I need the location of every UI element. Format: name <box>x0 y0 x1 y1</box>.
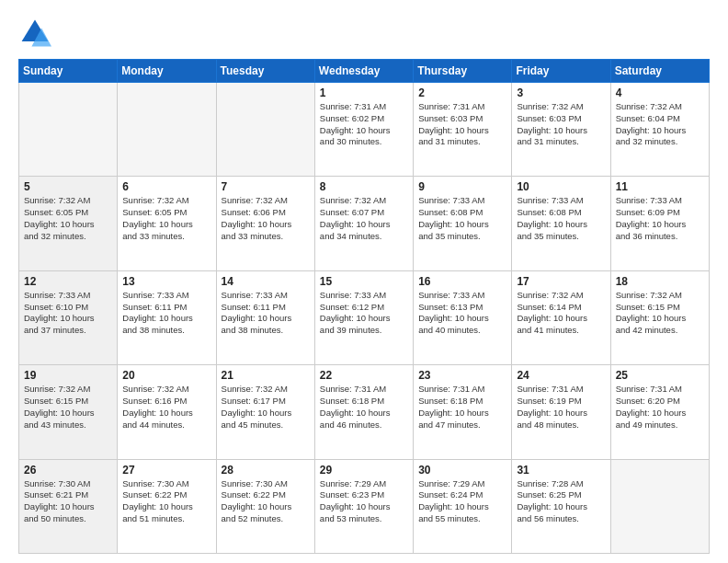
calendar-cell: 1Sunrise: 7:31 AMSunset: 6:02 PMDaylight… <box>314 83 413 177</box>
cell-info: Sunrise: 7:31 AMSunset: 6:18 PMDaylight:… <box>418 384 506 431</box>
day-number: 11 <box>616 180 704 193</box>
cell-info: Sunrise: 7:32 AMSunset: 6:16 PMDaylight:… <box>122 384 210 431</box>
week-row-4: 26Sunrise: 7:30 AMSunset: 6:21 PMDayligh… <box>19 459 710 553</box>
cell-info: Sunrise: 7:33 AMSunset: 6:11 PMDaylight:… <box>222 290 310 337</box>
day-number: 1 <box>320 86 408 99</box>
day-number: 29 <box>320 464 408 477</box>
calendar-cell: 9Sunrise: 7:33 AMSunset: 6:08 PMDaylight… <box>414 177 512 270</box>
calendar-cell: 23Sunrise: 7:31 AMSunset: 6:18 PMDayligh… <box>414 365 512 459</box>
day-number: 15 <box>320 275 408 288</box>
calendar-cell <box>610 459 709 553</box>
cell-info: Sunrise: 7:30 AMSunset: 6:22 PMDaylight:… <box>122 478 210 525</box>
calendar-cell: 4Sunrise: 7:32 AMSunset: 6:04 PMDaylight… <box>610 83 709 177</box>
day-number: 23 <box>418 369 506 382</box>
cell-info: Sunrise: 7:32 AMSunset: 6:15 PMDaylight:… <box>24 384 112 431</box>
calendar-cell: 28Sunrise: 7:30 AMSunset: 6:22 PMDayligh… <box>216 459 314 553</box>
cell-info: Sunrise: 7:33 AMSunset: 6:11 PMDaylight:… <box>122 290 210 337</box>
calendar-cell: 13Sunrise: 7:33 AMSunset: 6:11 PMDayligh… <box>118 270 216 364</box>
calendar-cell <box>19 83 118 177</box>
logo-icon <box>18 17 51 50</box>
calendar-cell: 2Sunrise: 7:31 AMSunset: 6:03 PMDaylight… <box>414 83 512 177</box>
calendar-cell: 8Sunrise: 7:32 AMSunset: 6:07 PMDaylight… <box>314 177 413 270</box>
week-row-3: 19Sunrise: 7:32 AMSunset: 6:15 PMDayligh… <box>19 365 710 459</box>
day-number: 6 <box>122 180 210 193</box>
weekday-header-saturday: Saturday <box>610 60 709 83</box>
calendar-cell: 15Sunrise: 7:33 AMSunset: 6:12 PMDayligh… <box>314 270 413 364</box>
cell-info: Sunrise: 7:33 AMSunset: 6:10 PMDaylight:… <box>24 290 112 337</box>
day-number: 24 <box>517 369 605 382</box>
calendar-cell: 26Sunrise: 7:30 AMSunset: 6:21 PMDayligh… <box>19 459 118 553</box>
day-number: 30 <box>418 464 506 477</box>
calendar-cell: 6Sunrise: 7:32 AMSunset: 6:05 PMDaylight… <box>118 177 216 270</box>
day-number: 10 <box>517 180 605 193</box>
day-number: 12 <box>24 275 112 288</box>
cell-info: Sunrise: 7:31 AMSunset: 6:19 PMDaylight:… <box>517 384 605 431</box>
cell-info: Sunrise: 7:28 AMSunset: 6:25 PMDaylight:… <box>517 478 605 525</box>
week-row-1: 5Sunrise: 7:32 AMSunset: 6:05 PMDaylight… <box>19 177 710 270</box>
cell-info: Sunrise: 7:32 AMSunset: 6:06 PMDaylight:… <box>222 195 310 242</box>
day-number: 22 <box>320 369 408 382</box>
weekday-header-wednesday: Wednesday <box>314 60 413 83</box>
cell-info: Sunrise: 7:33 AMSunset: 6:12 PMDaylight:… <box>320 290 408 337</box>
cell-info: Sunrise: 7:33 AMSunset: 6:13 PMDaylight:… <box>418 290 506 337</box>
calendar-cell: 25Sunrise: 7:31 AMSunset: 6:20 PMDayligh… <box>610 365 709 459</box>
day-number: 31 <box>517 464 605 477</box>
calendar-cell: 19Sunrise: 7:32 AMSunset: 6:15 PMDayligh… <box>19 365 118 459</box>
calendar-cell: 20Sunrise: 7:32 AMSunset: 6:16 PMDayligh… <box>118 365 216 459</box>
weekday-header-sunday: Sunday <box>19 60 118 83</box>
day-number: 16 <box>418 275 506 288</box>
calendar-cell: 21Sunrise: 7:32 AMSunset: 6:17 PMDayligh… <box>216 365 314 459</box>
cell-info: Sunrise: 7:33 AMSunset: 6:08 PMDaylight:… <box>517 195 605 242</box>
calendar-cell: 22Sunrise: 7:31 AMSunset: 6:18 PMDayligh… <box>314 365 413 459</box>
weekday-header-friday: Friday <box>512 60 610 83</box>
day-number: 7 <box>222 180 310 193</box>
cell-info: Sunrise: 7:31 AMSunset: 6:02 PMDaylight:… <box>320 101 408 148</box>
cell-info: Sunrise: 7:29 AMSunset: 6:24 PMDaylight:… <box>418 478 506 525</box>
calendar-cell: 5Sunrise: 7:32 AMSunset: 6:05 PMDaylight… <box>19 177 118 270</box>
calendar-cell: 30Sunrise: 7:29 AMSunset: 6:24 PMDayligh… <box>414 459 512 553</box>
cell-info: Sunrise: 7:31 AMSunset: 6:18 PMDaylight:… <box>320 384 408 431</box>
cell-info: Sunrise: 7:29 AMSunset: 6:23 PMDaylight:… <box>320 478 408 525</box>
cell-info: Sunrise: 7:32 AMSunset: 6:05 PMDaylight:… <box>24 195 112 242</box>
day-number: 19 <box>24 369 112 382</box>
day-number: 27 <box>122 464 210 477</box>
calendar-cell: 12Sunrise: 7:33 AMSunset: 6:10 PMDayligh… <box>19 270 118 364</box>
day-number: 21 <box>222 369 310 382</box>
day-number: 17 <box>517 275 605 288</box>
calendar-table: SundayMondayTuesdayWednesdayThursdayFrid… <box>18 59 710 554</box>
day-number: 9 <box>418 180 506 193</box>
page: SundayMondayTuesdayWednesdayThursdayFrid… <box>0 0 728 563</box>
cell-info: Sunrise: 7:30 AMSunset: 6:21 PMDaylight:… <box>24 478 112 525</box>
cell-info: Sunrise: 7:32 AMSunset: 6:05 PMDaylight:… <box>122 195 210 242</box>
calendar-cell: 3Sunrise: 7:32 AMSunset: 6:03 PMDaylight… <box>512 83 610 177</box>
calendar-cell: 10Sunrise: 7:33 AMSunset: 6:08 PMDayligh… <box>512 177 610 270</box>
weekday-header-monday: Monday <box>118 60 216 83</box>
week-row-0: 1Sunrise: 7:31 AMSunset: 6:02 PMDaylight… <box>19 83 710 177</box>
calendar-cell: 29Sunrise: 7:29 AMSunset: 6:23 PMDayligh… <box>314 459 413 553</box>
calendar-cell: 18Sunrise: 7:32 AMSunset: 6:15 PMDayligh… <box>610 270 709 364</box>
day-number: 28 <box>222 464 310 477</box>
calendar-cell: 24Sunrise: 7:31 AMSunset: 6:19 PMDayligh… <box>512 365 610 459</box>
day-number: 8 <box>320 180 408 193</box>
day-number: 5 <box>24 180 112 193</box>
weekday-header-row: SundayMondayTuesdayWednesdayThursdayFrid… <box>19 60 710 83</box>
day-number: 2 <box>418 86 506 99</box>
cell-info: Sunrise: 7:32 AMSunset: 6:17 PMDaylight:… <box>222 384 310 431</box>
day-number: 20 <box>122 369 210 382</box>
cell-info: Sunrise: 7:33 AMSunset: 6:08 PMDaylight:… <box>418 195 506 242</box>
cell-info: Sunrise: 7:32 AMSunset: 6:14 PMDaylight:… <box>517 290 605 337</box>
calendar-cell: 27Sunrise: 7:30 AMSunset: 6:22 PMDayligh… <box>118 459 216 553</box>
calendar-cell: 16Sunrise: 7:33 AMSunset: 6:13 PMDayligh… <box>414 270 512 364</box>
day-number: 25 <box>616 369 704 382</box>
calendar-cell <box>216 83 314 177</box>
cell-info: Sunrise: 7:32 AMSunset: 6:15 PMDaylight:… <box>616 290 704 337</box>
calendar-cell: 11Sunrise: 7:33 AMSunset: 6:09 PMDayligh… <box>610 177 709 270</box>
day-number: 18 <box>616 275 704 288</box>
week-row-2: 12Sunrise: 7:33 AMSunset: 6:10 PMDayligh… <box>19 270 710 364</box>
calendar-cell: 31Sunrise: 7:28 AMSunset: 6:25 PMDayligh… <box>512 459 610 553</box>
day-number: 3 <box>517 86 605 99</box>
day-number: 14 <box>222 275 310 288</box>
calendar-cell: 14Sunrise: 7:33 AMSunset: 6:11 PMDayligh… <box>216 270 314 364</box>
cell-info: Sunrise: 7:31 AMSunset: 6:20 PMDaylight:… <box>616 384 704 431</box>
cell-info: Sunrise: 7:31 AMSunset: 6:03 PMDaylight:… <box>418 101 506 148</box>
